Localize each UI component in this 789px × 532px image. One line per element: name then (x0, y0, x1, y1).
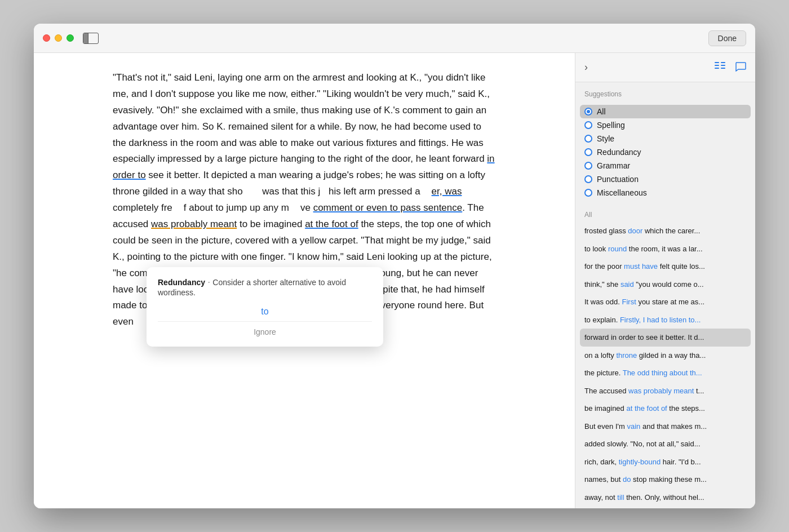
sidebar-toggle-right (88, 33, 98, 43)
main-content: "That's not it," said Leni, laying one a… (34, 53, 755, 508)
suggestion-item-13[interactable]: added slowly. "No, not at all," said... (580, 435, 751, 453)
sidebar-icons-right (715, 61, 746, 74)
filter-label-style: Style (597, 134, 614, 143)
suggestion-item-12[interactable]: But even I'm vain and that makes m... (580, 418, 751, 436)
tooltip-header: Redundancy · Consider a shorter alternat… (158, 277, 372, 298)
titlebar: Done (34, 24, 755, 53)
highlighted-phrase-right-arm: er, was (432, 186, 462, 197)
suggestion-link-10: was probably meant (628, 387, 694, 395)
done-button[interactable]: Done (708, 30, 746, 46)
suggestion-link-12: vain (627, 422, 640, 431)
suggestion-item-6[interactable]: to explain. Firstly, I had to listen to.… (580, 311, 751, 329)
filter-radio-punctuation (584, 175, 592, 183)
suggestions-title: Suggestions (575, 82, 755, 103)
suggestion-link-4: said (620, 280, 634, 289)
tooltip-title: Redundancy (158, 278, 205, 287)
svg-rect-5 (721, 68, 725, 69)
highlighted-phrase-was-probably-meant: was probably meant (151, 219, 237, 229)
highlighted-phrase-at-the-foot-of: at the foot of (305, 219, 358, 229)
filter-miscellaneous[interactable]: Miscellaneous (580, 186, 751, 200)
suggestion-item-11[interactable]: be imagined at the foot of the steps... (580, 400, 751, 418)
tooltip-popup: Redundancy · Consider a shorter alternat… (147, 267, 383, 347)
suggestion-link-2: round (608, 245, 627, 253)
suggestion-link-5: First (622, 298, 636, 306)
filter-label-redundancy: Redundancy (597, 148, 641, 157)
minimize-button[interactable] (55, 34, 62, 42)
suggestion-link-16: till (617, 493, 624, 502)
filter-label-miscellaneous: Miscellaneous (597, 188, 647, 197)
svg-rect-2 (715, 68, 719, 69)
filter-radio-redundancy (584, 148, 592, 156)
fullscreen-button[interactable] (67, 34, 74, 42)
suggestion-item-10[interactable]: The accused was probably meant t... (580, 382, 751, 400)
filter-punctuation[interactable]: Punctuation (580, 172, 751, 186)
suggestion-item-15[interactable]: names, but do stop making these m... (580, 471, 751, 489)
sidebar-toggle-left (83, 33, 88, 43)
right-sidebar: › (575, 53, 755, 508)
list-icon[interactable] (715, 61, 726, 74)
svg-rect-4 (721, 65, 725, 66)
suggestion-item-5[interactable]: It was odd. First you stare at me as... (580, 293, 751, 311)
filter-grammar[interactable]: Grammar (580, 159, 751, 172)
close-button[interactable] (43, 34, 50, 42)
filter-spelling[interactable]: Spelling (580, 118, 751, 132)
all-section-title: All (575, 206, 755, 222)
suggestion-item-8[interactable]: on a lofty throne gilded in a way tha... (580, 347, 751, 365)
suggestion-item-7[interactable]: forward in order to see it better. It d.… (580, 329, 751, 347)
svg-rect-0 (715, 62, 719, 63)
highlighted-phrase-comment: comment or even to pass sentence (313, 202, 463, 213)
traffic-lights (43, 34, 74, 42)
suggestion-link-11: at the foot of (626, 404, 667, 413)
filter-label-all: All (597, 107, 606, 116)
tooltip-suggestion[interactable]: to (158, 298, 372, 322)
filter-radio-grammar (584, 162, 592, 170)
suggestion-link-14: tightly-bound (619, 458, 661, 466)
filter-label-punctuation: Punctuation (597, 175, 639, 184)
sidebar-toggle-button[interactable] (83, 33, 99, 44)
svg-rect-3 (721, 62, 725, 63)
suggestion-link-8: throne (616, 351, 637, 360)
highlighted-phrase-in-order-to: in order to (113, 153, 495, 180)
svg-rect-1 (715, 65, 719, 66)
filter-redundancy[interactable]: Redundancy (580, 145, 751, 159)
suggestion-item-14[interactable]: rich, dark, tightly-bound hair. "I'd b..… (580, 453, 751, 471)
filter-label-grammar: Grammar (597, 161, 630, 170)
suggestion-link-15: do (623, 475, 631, 484)
suggestions-list: frosted glass door which the carer... to… (575, 222, 755, 508)
suggestion-item-4[interactable]: think," she said "you would come o... (580, 276, 751, 294)
sidebar-header: › (575, 53, 755, 82)
filter-style[interactable]: Style (580, 132, 751, 145)
suggestions-filters: All Spelling Style Redundancy Grammar (575, 103, 755, 206)
suggestion-item-2[interactable]: to look round the room, it was a lar... (580, 240, 751, 258)
comment-icon[interactable] (735, 61, 746, 74)
main-window: Done "That's not it," said Leni, laying … (34, 24, 755, 508)
filter-all[interactable]: All (580, 105, 751, 118)
suggestion-link-6: Firstly, I had to listen to... (620, 316, 701, 324)
filter-label-spelling: Spelling (597, 121, 625, 130)
tooltip-ignore-button[interactable]: Ignore (158, 322, 372, 336)
suggestion-item-3[interactable]: for the poor must have felt quite los... (580, 258, 751, 276)
filter-radio-all (584, 108, 592, 116)
suggestion-item-16[interactable]: away, not till then. Only, without hel..… (580, 489, 751, 507)
filter-radio-style (584, 135, 592, 143)
filter-radio-spelling (584, 121, 592, 129)
filter-radio-miscellaneous (584, 189, 592, 197)
suggestion-item-9[interactable]: the picture. The odd thing about th... (580, 364, 751, 382)
chevron-right-icon[interactable]: › (584, 61, 588, 73)
suggestion-link-9: The odd thing about th... (623, 369, 702, 377)
suggestion-item-1[interactable]: frosted glass door which the carer... (580, 222, 751, 240)
suggestion-link-1: door (628, 227, 642, 235)
suggestion-item-17[interactable]: of tricks are needed," said K. as he l..… (580, 506, 751, 508)
editor-area[interactable]: "That's not it," said Leni, laying one a… (34, 53, 575, 508)
suggestion-link-3: must have (624, 262, 658, 271)
